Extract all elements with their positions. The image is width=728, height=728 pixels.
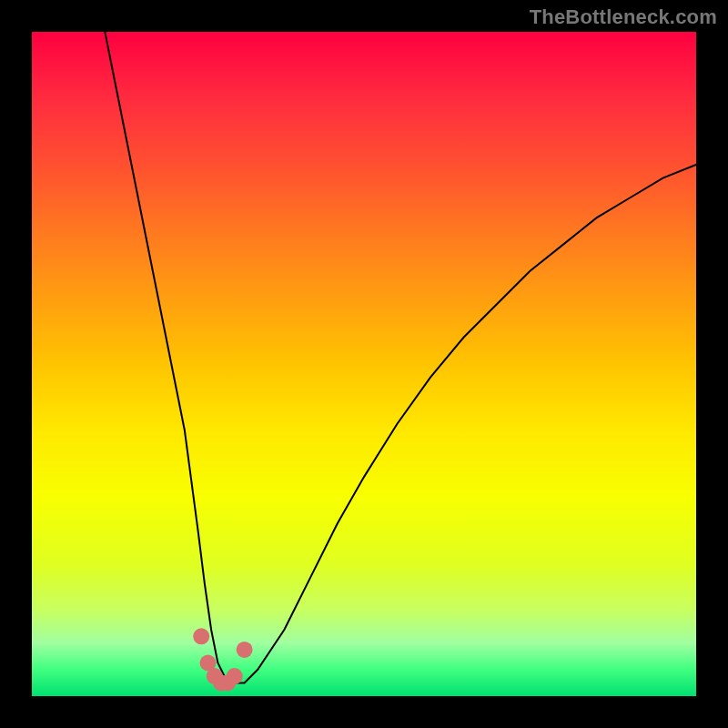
curve-svg — [32, 32, 696, 696]
marker-dot — [237, 642, 253, 658]
marker-group — [193, 628, 252, 691]
marker-dot — [193, 628, 209, 644]
marker-dot — [227, 668, 243, 684]
plot-area — [32, 32, 696, 696]
chart-container: TheBottleneck.com — [0, 0, 728, 728]
curve-line — [105, 32, 696, 682]
watermark-text: TheBottleneck.com — [530, 5, 717, 29]
